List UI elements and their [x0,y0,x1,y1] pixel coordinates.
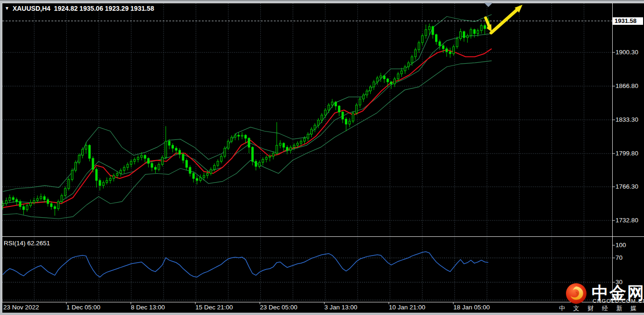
cngold-domain: CNGOLD.COM.CN [593,298,644,304]
panel-borders [2,3,644,302]
price-axis-label: 1732.80 [615,217,638,224]
symbol-timeframe-label: XAUUSD,H4 [13,5,50,12]
mt4-chart-window: ▼XAUUSD,H4 1924.82 1935.06 1923.29 1931.… [0,0,644,315]
price-axis-label: 1900.30 [615,49,638,56]
chart-title-bar: ▼XAUUSD,H4 1924.82 1935.06 1923.29 1931.… [5,5,154,12]
ohlc-readout: 1924.82 1935.06 1923.29 1931.58 [54,5,154,12]
time-axis-label: 8 Dec 13:00 [131,304,165,311]
price-axis-label: 1766.30 [615,183,638,190]
price-axis-label: 1833.30 [615,117,638,123]
red-moving-average [3,49,492,208]
rsi-line [3,252,488,277]
grid-layer [2,3,612,301]
price-axis-label: 1799.80 [615,150,638,157]
time-axis-label: 10 Jan 21:00 [389,304,425,311]
time-axis-label: 18 Jan 05:00 [453,304,490,311]
chart-canvas [0,0,644,315]
time-axis-label: 3 Jan 13:00 [324,304,358,311]
cngold-tagline: 中 文 财 经 新 媒 体 [559,304,644,313]
trend-arrow-annotation [486,5,522,33]
scroll-to-end-marker-icon[interactable] [484,3,493,7]
rsi-indicator-label: RSI(14) 62.2651 [4,240,50,247]
candlesticks-layer [2,17,489,216]
rsi-axis-label: 70 [615,255,623,261]
time-axis-label: 23 Dec 05:00 [260,304,297,311]
current-price-tag: 1931.58 [613,17,643,25]
cngold-watermark: 中金网 CNGOLD.COM.CN 中 文 财 经 新 媒 体 [556,280,644,313]
time-axis-label: 23 Nov 2022 [3,304,39,311]
symbol-dropdown-icon[interactable]: ▼ [5,6,9,11]
time-axis-label: 1 Dec 05:00 [66,304,100,311]
bollinger-lower-band [3,61,492,219]
time-axis-label: 15 Dec 21:00 [195,304,233,311]
price-axis-label: 1866.80 [615,83,638,89]
rsi-axis-label: 100 [615,242,626,249]
